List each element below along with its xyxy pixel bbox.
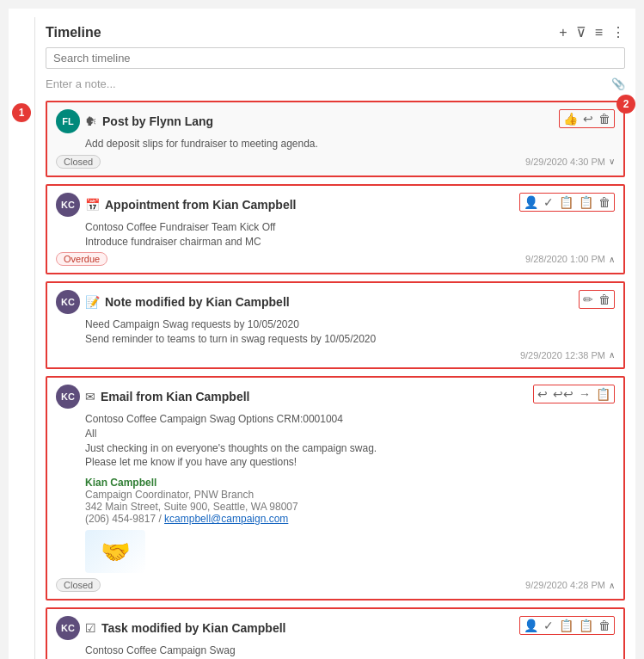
delete-button[interactable]: 🗑 <box>598 195 610 209</box>
add-icon[interactable]: + <box>559 25 567 40</box>
note-expand[interactable]: ∧ <box>609 350 615 360</box>
avatar-kc-appointment: KC <box>56 193 80 217</box>
email-timestamp: 9/29/2020 4:28 PM ∧ <box>525 580 615 590</box>
avatar-kc-note: KC <box>56 290 80 314</box>
email-body: Contoso Coffee Campaign Swag Options CRM… <box>85 412 615 470</box>
appointment-title: Appointment from Kian Campbell <box>105 198 296 212</box>
view-button[interactable]: 📋 <box>579 619 593 632</box>
appointment-timestamp: 9/28/2020 1:00 PM ∧ <box>525 254 615 264</box>
email-status: Closed <box>56 578 101 592</box>
avatar-kc-task: KC <box>56 616 80 640</box>
reply-all-button[interactable]: ↩↩ <box>553 387 573 401</box>
timeline-title: Timeline <box>46 25 101 40</box>
copy-button[interactable]: 📋 <box>559 195 573 209</box>
header-actions: + ⊽ ≡ ⋮ <box>559 24 625 40</box>
delete-button[interactable]: 🗑 <box>598 112 610 126</box>
avatar-fl: FL <box>56 109 80 133</box>
post-title: Post by Flynn Lang <box>102 114 213 128</box>
email-icon: ✉ <box>85 390 95 403</box>
note-timestamp: 9/29/2020 12:38 PM ∧ <box>520 350 615 360</box>
edit-button[interactable]: ✏ <box>583 293 593 306</box>
post-body: Add deposit slips for fundraiser to meet… <box>85 137 615 151</box>
task-actions: 👤 ✓ 📋 📋 🗑 <box>519 616 615 635</box>
appointment-body: Contoso Coffee Fundraiser Team Kick OffI… <box>85 220 615 249</box>
filter-icon[interactable]: ⊽ <box>576 24 586 40</box>
timeline-item-post: FL 🗣 Post by Flynn Lang 👍 ↩ 🗑 Add deposi… <box>46 101 625 177</box>
view-button[interactable]: 📋 <box>579 195 593 209</box>
appointment-expand[interactable]: ∧ <box>609 255 615 264</box>
more-icon[interactable]: ⋮ <box>611 24 625 40</box>
forward-button[interactable]: → <box>579 387 591 401</box>
email-expand[interactable]: ∧ <box>609 581 615 590</box>
copy-button[interactable]: 📋 <box>559 619 573 632</box>
note-actions: ✏ 🗑 <box>579 290 615 309</box>
timeline-item-task: KC ☑ Task modified by Kian Campbell 👤 ✓ … <box>46 607 625 659</box>
email-title: Email from Kian Campbell <box>101 390 249 403</box>
task-body: Contoso Coffee Campaign SwagSend fundrai… <box>85 644 615 659</box>
assign-button[interactable]: 👤 <box>524 619 538 632</box>
delete-button[interactable]: 🗑 <box>598 619 610 632</box>
post-actions: 👍 ↩ 🗑 <box>559 109 615 128</box>
post-expand[interactable]: ∨ <box>609 157 615 166</box>
complete-button[interactable]: ✓ <box>543 195 554 209</box>
reply-button[interactable]: ↩ <box>537 387 548 401</box>
timeline-header: Timeline + ⊽ ≡ ⋮ <box>46 24 625 40</box>
task-icon: ☑ <box>85 621 96 635</box>
note-area: Enter a note... 📎 <box>46 76 625 92</box>
post-icon: 🗣 <box>85 114 97 128</box>
assign-button[interactable]: 👤 <box>524 195 538 209</box>
sig-name: Kian Campbell <box>85 477 615 489</box>
note-title: Note modified by Kian Campbell <box>105 295 290 309</box>
sig-contact: (206) 454-9817 / kcampbell@campaign.com <box>85 513 615 525</box>
avatar-kc-email: KC <box>56 385 80 409</box>
like-button[interactable]: 👍 <box>563 112 578 126</box>
email-image: 🤝 <box>85 530 145 573</box>
complete-button[interactable]: ✓ <box>543 619 554 632</box>
post-status: Closed <box>56 155 101 169</box>
attach-icon[interactable]: 📎 <box>611 77 625 90</box>
appointment-status: Overdue <box>56 252 107 266</box>
sig-title: Campaign Coordinator, PNW Branch <box>85 489 615 501</box>
timeline-item-appointment: KC 📅 Appointment from Kian Campbell 👤 ✓ … <box>46 184 625 275</box>
search-input[interactable] <box>46 47 625 69</box>
note-icon: 📝 <box>85 295 100 309</box>
timeline-item-email: KC ✉ Email from Kian Campbell ↩ ↩↩ → 📋 C… <box>46 376 625 600</box>
note-placeholder[interactable]: Enter a note... <box>46 77 116 90</box>
task-title: Task modified by Kian Campbell <box>101 621 285 635</box>
marker-right: 2 <box>616 95 635 114</box>
marker-left: 1 <box>12 103 31 122</box>
appointment-icon: 📅 <box>85 198 100 212</box>
reply-button[interactable]: ↩ <box>583 112 593 126</box>
email-signature: Kian Campbell Campaign Coordinator, PNW … <box>85 477 615 525</box>
sort-icon[interactable]: ≡ <box>595 25 603 40</box>
marker-right-container: 2 <box>616 95 635 114</box>
note-body: Need Campaign Swag requests by 10/05/202… <box>85 317 615 347</box>
email-actions: ↩ ↩↩ → 📋 <box>533 385 615 403</box>
sig-address: 342 Main Street, Suite 900, Seattle, WA … <box>85 501 615 513</box>
appointment-actions: 👤 ✓ 📋 📋 🗑 <box>519 193 615 212</box>
timeline-item-note: KC 📝 Note modified by Kian Campbell ✏ 🗑 … <box>46 281 625 369</box>
delete-button[interactable]: 🗑 <box>598 293 610 306</box>
view-button[interactable]: 📋 <box>596 387 610 401</box>
post-timestamp: 9/29/2020 4:30 PM ∨ <box>525 157 615 167</box>
sig-email-link[interactable]: kcampbell@campaign.com <box>164 513 288 525</box>
